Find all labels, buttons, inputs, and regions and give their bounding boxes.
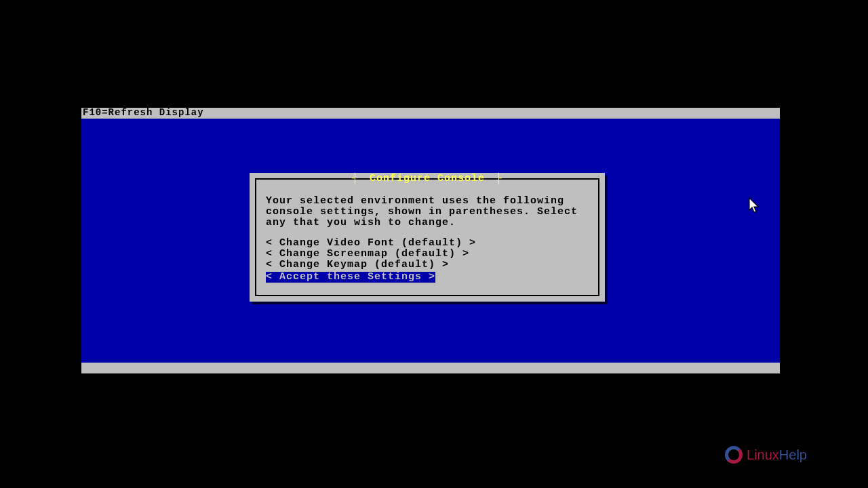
installer-console: F10=Refresh Display ┤ Configure Console … bbox=[81, 108, 780, 373]
refresh-hint: F10=Refresh Display bbox=[83, 107, 204, 118]
dialog-options: < Change Video Font (default) > < Change… bbox=[266, 238, 589, 283]
accept-settings-option[interactable]: < Accept these Settings > bbox=[266, 272, 435, 283]
dialog-title: ┤ Configure Console ├ bbox=[352, 173, 502, 184]
bottom-bar bbox=[81, 363, 780, 373]
dialog-body-text: Your selected environment uses the follo… bbox=[266, 196, 589, 228]
change-keymap-option[interactable]: < Change Keymap (default) > bbox=[266, 260, 589, 270]
dialog-frame: ┤ Configure Console ├ Your selected envi… bbox=[255, 178, 599, 296]
top-hint-bar: F10=Refresh Display bbox=[81, 108, 780, 119]
configure-console-dialog: ┤ Configure Console ├ Your selected envi… bbox=[250, 173, 605, 302]
linuxhelp-logo: LinuxHelp bbox=[725, 446, 807, 464]
change-video-font-option[interactable]: < Change Video Font (default) > bbox=[266, 238, 589, 249]
logo-text: LinuxHelp bbox=[747, 447, 807, 463]
change-screenmap-option[interactable]: < Change Screenmap (default) > bbox=[266, 249, 589, 260]
blue-background: ┤ Configure Console ├ Your selected envi… bbox=[81, 119, 780, 363]
logo-swirl-icon bbox=[725, 446, 743, 464]
